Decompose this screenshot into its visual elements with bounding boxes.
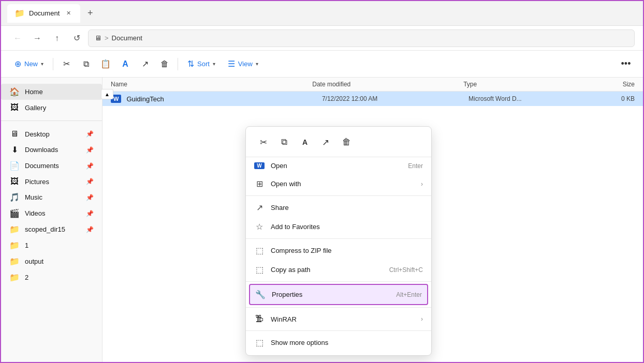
breadcrumb-separator: > xyxy=(105,34,109,42)
sort-button[interactable]: ⇅ Sort ▾ xyxy=(182,56,221,72)
collapse-sidebar-button[interactable]: ▲ xyxy=(101,89,113,99)
ctx-copy-path-icon: ⬚ xyxy=(254,265,265,275)
ctx-more-options-label: Show more options xyxy=(271,339,423,346)
view-button[interactable]: ☰ View ▾ xyxy=(223,56,264,72)
sidebar-item-documents[interactable]: 📄 Documents 📌 xyxy=(1,158,102,174)
ctx-winrar-icon: 🗜 xyxy=(254,314,265,324)
sidebar-item-scoped-dir-label: scoped_dir15 xyxy=(25,225,65,233)
delete-button[interactable]: 🗑 xyxy=(156,55,173,73)
sidebar-item-2-label: 2 xyxy=(25,274,28,281)
address-bar[interactable]: 🖥 > Document xyxy=(88,29,635,47)
ctx-copy-button[interactable]: ⧉ xyxy=(275,133,294,152)
ctx-share-icon: ↗ xyxy=(254,203,265,213)
sidebar-divider xyxy=(1,120,102,121)
file-list-header: Name Date modified Type Size xyxy=(103,78,643,92)
forward-button[interactable]: → xyxy=(29,30,46,47)
cut-button[interactable]: ✂ xyxy=(57,55,75,73)
up-button[interactable]: ↑ xyxy=(49,30,65,47)
sidebar-item-1-label: 1 xyxy=(25,241,28,249)
ctx-item-compress[interactable]: ⬚ Compress to ZIP file xyxy=(246,241,431,260)
sidebar-item-home-label: Home xyxy=(25,88,43,96)
sidebar-item-1[interactable]: 📁 1 xyxy=(1,237,102,253)
sidebar-item-gallery-label: Gallery xyxy=(25,104,46,112)
context-menu-toolbar: ✂ ⧉ A ↗ 🗑 xyxy=(246,130,431,157)
ctx-rename-button[interactable]: A xyxy=(296,133,314,152)
sidebar-item-pictures[interactable]: 🖼 Pictures 📌 xyxy=(1,174,102,189)
sidebar-item-gallery[interactable]: 🖼 Gallery xyxy=(1,100,102,115)
ctx-item-copy-path[interactable]: ⬚ Copy as path Ctrl+Shift+C xyxy=(246,260,431,279)
tab-area: 📁 Document ✕ + xyxy=(7,4,637,23)
col-header-type: Type xyxy=(463,81,584,88)
output-icon: 📁 xyxy=(9,256,20,266)
view-dropdown-icon: ▾ xyxy=(256,61,258,67)
share-button[interactable]: ↗ xyxy=(136,55,154,73)
sort-dropdown-icon: ▾ xyxy=(213,61,215,67)
view-icon: ☰ xyxy=(228,59,235,69)
ctx-item-properties[interactable]: 🔧 Properties Alt+Enter xyxy=(249,284,428,305)
new-label: New xyxy=(24,60,38,68)
ctx-item-share[interactable]: ↗ Share xyxy=(246,198,431,217)
sidebar-item-videos-label: Videos xyxy=(25,209,46,217)
ctx-item-open-with[interactable]: ⊞ Open with › xyxy=(246,174,431,193)
sidebar-item-output-label: output xyxy=(25,258,43,265)
ctx-copy-path-label: Copy as path xyxy=(271,266,383,274)
sidebar-item-desktop[interactable]: 🖥 Desktop 📌 xyxy=(1,126,102,142)
sort-label: Sort xyxy=(197,60,210,68)
sidebar-item-videos[interactable]: 🎬 Videos 📌 xyxy=(1,205,102,221)
sidebar-item-downloads-label: Downloads xyxy=(25,146,58,154)
nav-bar: ← → ↑ ↺ 🖥 > Document xyxy=(1,26,643,51)
ctx-copy-path-shortcut: Ctrl+Shift+C xyxy=(389,266,423,274)
sidebar-item-music[interactable]: 🎵 Music 📌 xyxy=(1,189,102,205)
context-menu: ✂ ⧉ A ↗ 🗑 W Open Enter ⊞ Open with › ↗ S… xyxy=(245,126,432,356)
ctx-properties-label: Properties xyxy=(272,291,390,298)
sidebar-item-home[interactable]: 🏠 Home xyxy=(1,84,102,100)
col-header-size: Size xyxy=(584,81,635,88)
documents-icon: 📄 xyxy=(9,161,20,171)
refresh-button[interactable]: ↺ xyxy=(68,30,85,47)
ctx-compress-icon: ⬚ xyxy=(254,246,265,255)
scoped-dir-icon: 📁 xyxy=(9,224,20,234)
ctx-item-favorites[interactable]: ☆ Add to Favorites xyxy=(246,217,431,236)
desktop-icon: 🖥 xyxy=(9,129,20,139)
gallery-icon: 🖼 xyxy=(9,103,20,112)
downloads-icon: ⬇ xyxy=(9,145,20,155)
computer-icon: 🖥 xyxy=(95,34,101,42)
rename-button[interactable]: A xyxy=(116,55,134,73)
folder-1-icon: 📁 xyxy=(9,240,20,250)
tab-label: Document xyxy=(29,9,60,17)
pin-icon-music: 📌 xyxy=(86,194,94,201)
sidebar-item-music-label: Music xyxy=(25,193,42,201)
ctx-sep-3 xyxy=(246,281,431,282)
ctx-item-winrar[interactable]: 🗜 WinRAR › xyxy=(246,310,431,328)
copy-button[interactable]: ⧉ xyxy=(77,55,95,73)
ctx-share-button[interactable]: ↗ xyxy=(316,133,335,152)
music-icon: 🎵 xyxy=(9,192,20,202)
ctx-delete-button[interactable]: 🗑 xyxy=(337,133,356,152)
toolbar-sep-1 xyxy=(53,58,53,70)
back-button[interactable]: ← xyxy=(9,30,26,47)
paste-button[interactable]: 📋 xyxy=(97,55,114,73)
sidebar-item-downloads[interactable]: ⬇ Downloads 📌 xyxy=(1,142,102,158)
document-tab[interactable]: 📁 Document ✕ xyxy=(7,4,80,23)
ctx-item-more-options[interactable]: ⬚ Show more options xyxy=(246,333,431,352)
ctx-item-open[interactable]: W Open Enter xyxy=(246,157,431,174)
toolbar-sep-2 xyxy=(178,58,178,70)
ctx-favorites-icon: ☆ xyxy=(254,222,265,232)
ctx-more-options-icon: ⬚ xyxy=(254,338,265,347)
ctx-cut-button[interactable]: ✂ xyxy=(254,133,273,152)
ctx-open-shortcut: Enter xyxy=(408,162,423,170)
sort-icon: ⇅ xyxy=(187,59,194,69)
col-header-date: Date modified xyxy=(312,81,463,88)
sidebar-item-output[interactable]: 📁 output xyxy=(1,253,102,269)
sidebar-item-2[interactable]: 📁 2 xyxy=(1,269,102,285)
file-row-guidingtech[interactable]: W GuidingTech 7/12/2022 12:00 AM Microso… xyxy=(103,92,643,106)
ctx-properties-icon: 🔧 xyxy=(255,290,266,299)
sidebar-item-desktop-label: Desktop xyxy=(25,130,50,138)
more-options-button[interactable]: ••• xyxy=(617,55,635,73)
sidebar-item-scoped-dir[interactable]: 📁 scoped_dir15 📌 xyxy=(1,221,102,237)
sidebar-nav-section: 🏠 Home 🖼 Gallery xyxy=(1,82,102,117)
new-button[interactable]: ⊕ New ▾ xyxy=(9,56,49,72)
file-size-guidingtech: 0 KB xyxy=(586,95,635,102)
new-tab-button[interactable]: + xyxy=(82,6,98,21)
tab-close-button[interactable]: ✕ xyxy=(64,9,73,18)
